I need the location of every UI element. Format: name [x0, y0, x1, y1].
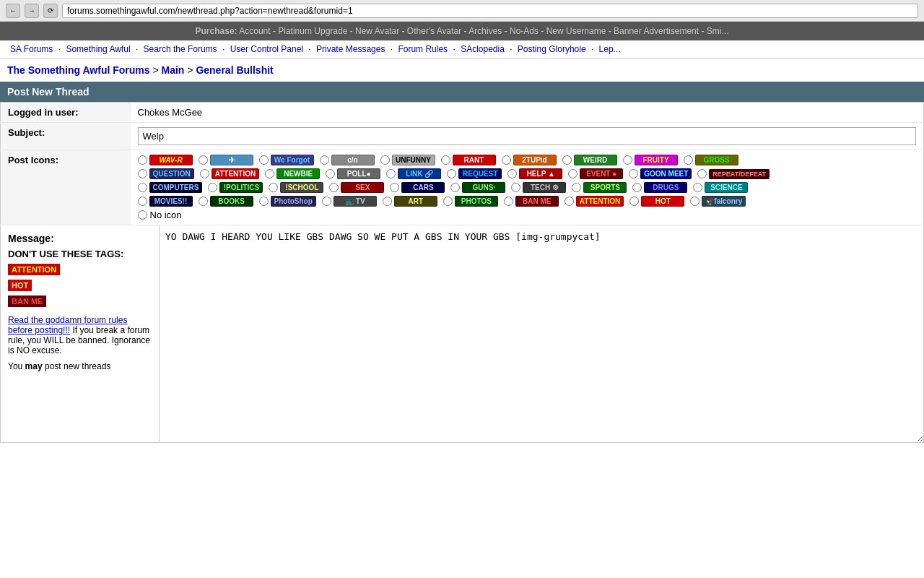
icon-weforgot-radio[interactable]	[259, 155, 269, 165]
icon-unfunny-item[interactable]: UNFUNNY	[380, 155, 435, 165]
icon-event-radio[interactable]	[568, 169, 578, 178]
icon-science-item[interactable]: SCIENCE	[693, 182, 748, 193]
icon-request-item[interactable]: REQUEST	[447, 168, 502, 179]
icon-movies-item[interactable]: MOVIES!!	[138, 196, 193, 207]
icon-unfunny-radio[interactable]	[380, 155, 390, 165]
icon-repeatdefeat-item[interactable]: REPEAT/DEFEAT	[697, 168, 770, 179]
purchase-avatar[interactable]: New Avatar	[355, 26, 399, 36]
icon-guns-item[interactable]: GUNS·	[450, 182, 505, 193]
purchase-no-ads[interactable]: No-Ads	[510, 26, 539, 36]
icon-question-item[interactable]: QUESTION	[138, 168, 194, 179]
breadcrumb-main[interactable]: Main	[162, 64, 185, 76]
icon-books-radio[interactable]	[199, 197, 208, 206]
icon-attention-radio[interactable]	[200, 169, 209, 178]
icon-link-radio[interactable]	[386, 169, 396, 178]
subject-input[interactable]	[138, 127, 917, 145]
icon-repeatdefeat-radio[interactable]	[697, 169, 707, 178]
icon-attention-item[interactable]: ATTENTION	[200, 168, 259, 179]
icon-weird-radio[interactable]	[562, 155, 572, 165]
icon-hot-radio[interactable]	[629, 197, 639, 206]
icon-help-item[interactable]: HELP ▲	[507, 168, 562, 179]
icon-weforgot-item[interactable]: We Forgot	[259, 155, 314, 165]
icon-school-radio[interactable]	[269, 183, 278, 192]
icon-rant-item[interactable]: RANT	[441, 155, 496, 165]
icon-attn2-item[interactable]: ATTENTION	[565, 196, 624, 207]
nav-ucp[interactable]: User Control Panel	[230, 44, 303, 54]
purchase-other-avatar[interactable]: Other's Avatar	[407, 26, 461, 36]
icon-fruity-item[interactable]: FRUITY	[623, 155, 678, 165]
icon-rant-radio[interactable]	[441, 155, 450, 165]
icon-movies-radio[interactable]	[138, 197, 147, 206]
purchase-banner[interactable]: Banner Advertisement	[614, 26, 699, 36]
icon-cyn-item[interactable]: c/n	[320, 155, 375, 165]
icon-computers-radio[interactable]	[138, 183, 147, 192]
icon-help-radio[interactable]	[507, 169, 517, 178]
icon-link-item[interactable]: LINK 🔗	[386, 168, 441, 179]
nav-gloryhole[interactable]: Posting Gloryhole	[518, 44, 586, 54]
icon-sex-item[interactable]: SEX	[329, 182, 384, 193]
icon-sex-radio[interactable]	[329, 183, 339, 192]
icon-tech-item[interactable]: TECH ⚙	[511, 182, 566, 193]
icon-politics-radio[interactable]	[208, 183, 217, 192]
icon-wav-item[interactable]: WAV-R	[138, 155, 193, 165]
refresh-button[interactable]: ⟳	[43, 4, 58, 18]
icon-drugs-item[interactable]: DRUGS	[632, 182, 687, 193]
nav-forum-rules[interactable]: Forum Rules	[398, 44, 448, 54]
icon-newbie-radio[interactable]	[265, 169, 274, 178]
icon-cyn-radio[interactable]	[320, 155, 329, 165]
icon-sports-item[interactable]: SPORTS	[572, 182, 627, 193]
icon-photos-item[interactable]: PHOTOS	[443, 196, 498, 207]
purchase-archives[interactable]: Archives	[468, 26, 502, 36]
icon-sports-radio[interactable]	[572, 183, 581, 192]
icon-gross-radio[interactable]	[684, 155, 693, 165]
purchase-platinum[interactable]: Platinum Upgrade	[278, 26, 347, 36]
icon-stupid-radio[interactable]	[502, 155, 511, 165]
icon-travelad-item[interactable]: ✈	[199, 155, 253, 165]
icon-poll-item[interactable]: POLL●	[326, 168, 380, 179]
icon-cars-radio[interactable]	[390, 183, 399, 192]
icon-goonmeet-item[interactable]: GOON MEET	[629, 168, 692, 179]
back-button[interactable]: ←	[6, 4, 20, 18]
nav-search[interactable]: Search the Forums	[144, 44, 217, 54]
icon-stupid-item[interactable]: 2TUPid	[502, 155, 557, 165]
icon-photoshop-radio[interactable]	[259, 197, 269, 206]
icon-goonmeet-radio[interactable]	[629, 169, 638, 178]
icon-banme-radio[interactable]	[504, 197, 513, 206]
nav-lep[interactable]: Lep...	[599, 44, 621, 54]
icon-wav-radio[interactable]	[138, 155, 147, 165]
breadcrumb-forum[interactable]: General Bullshit	[196, 64, 273, 76]
purchase-smi[interactable]: Smi...	[707, 26, 729, 36]
icon-question-radio[interactable]	[138, 169, 147, 178]
icon-fruity-radio[interactable]	[623, 155, 632, 165]
forward-button[interactable]: →	[25, 4, 39, 18]
icon-gross-item[interactable]: GROSS	[684, 155, 738, 165]
icon-tech-radio[interactable]	[511, 183, 520, 192]
purchase-account[interactable]: Account	[239, 26, 270, 36]
icon-art-radio[interactable]	[383, 197, 392, 206]
message-textarea[interactable]: YO DAWG I HEARD YOU LIKE GBS DAWG SO WE …	[160, 225, 923, 442]
icon-travelad-radio[interactable]	[199, 155, 208, 165]
icon-poll-radio[interactable]	[326, 169, 335, 178]
address-bar[interactable]	[62, 4, 918, 18]
icon-computers-item[interactable]: COMPUTERS	[138, 182, 203, 193]
nav-saclopedia[interactable]: SAclopedia	[461, 44, 505, 54]
icon-guns-radio[interactable]	[450, 183, 460, 192]
icon-books-item[interactable]: BOOKS	[199, 196, 253, 207]
nav-pm[interactable]: Private Messages	[316, 44, 385, 54]
icon-drugs-radio[interactable]	[632, 183, 642, 192]
icon-cars-item[interactable]: CARS	[390, 182, 445, 193]
icon-photoshop-item[interactable]: PhotoShop	[259, 196, 316, 207]
icon-science-radio[interactable]	[693, 183, 702, 192]
nav-sa-forums[interactable]: SA Forums	[10, 44, 53, 54]
icon-weird-item[interactable]: WEIRD	[562, 155, 617, 165]
no-icon-radio[interactable]	[138, 210, 147, 220]
icon-request-radio[interactable]	[447, 169, 456, 178]
icon-newbie-item[interactable]: NEWBIE	[265, 168, 320, 179]
icon-politics-item[interactable]: !POLITICS	[208, 182, 263, 193]
icon-attn2-radio[interactable]	[565, 197, 574, 206]
nav-something-awful[interactable]: Something Awful	[66, 44, 130, 54]
icon-banme-item[interactable]: BAN ME	[504, 196, 559, 207]
icon-falconry-item[interactable]: 🦅falconry	[690, 196, 746, 207]
purchase-username[interactable]: New Username	[546, 26, 606, 36]
icon-event-item[interactable]: EVENT ●	[568, 168, 623, 179]
